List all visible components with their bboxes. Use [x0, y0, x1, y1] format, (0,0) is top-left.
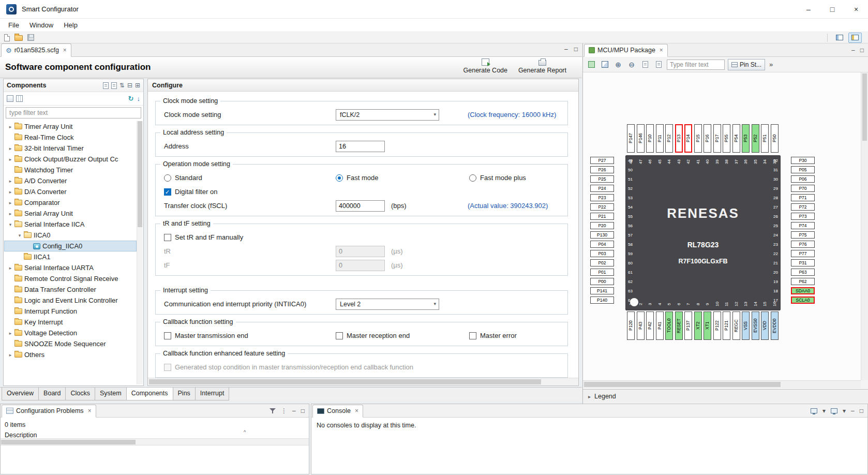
pin-P141[interactable]: P141 — [590, 287, 614, 294]
pin-P27[interactable]: P27 — [590, 157, 614, 164]
maximize-view-icon[interactable]: □ — [574, 46, 578, 52]
pin-P122[interactable]: P122 — [713, 311, 721, 340]
pin-XT1[interactable]: XT1 — [704, 311, 711, 340]
minimize-button[interactable]: – — [797, 0, 820, 19]
tree-collapsed-arrow-icon[interactable]: ▸ — [6, 331, 14, 336]
checkbox-master-error[interactable] — [469, 332, 476, 339]
components-tree-scrollbar[interactable] — [137, 121, 143, 384]
generate-report-button[interactable]: Generate Report — [518, 58, 566, 74]
page-tab-system[interactable]: System — [95, 388, 127, 400]
minimize-view-icon[interactable]: – — [564, 46, 568, 52]
pin-P11[interactable]: P11 — [656, 124, 664, 153]
view-menu-icon[interactable]: ⋮ — [281, 408, 287, 414]
tree-item-key-interrupt[interactable]: Key Interrupt — [4, 317, 137, 328]
pin-P137[interactable]: P137 — [684, 311, 692, 340]
legend-bar[interactable]: ▸ Legend — [583, 389, 868, 403]
tree-item-remote-control-signal-receive[interactable]: Remote Control Signal Receive — [4, 273, 137, 284]
pin-P70[interactable]: P70 — [791, 185, 815, 192]
tree-item-d-a-converter[interactable]: ▸D/A Converter — [4, 186, 137, 197]
rotate-icon[interactable] — [600, 60, 610, 70]
toolbar-overflow-icon[interactable]: » — [769, 61, 773, 68]
view-mode-icon[interactable] — [7, 95, 13, 102]
tree-item-iica0[interactable]: ▾IICA0 — [4, 230, 137, 241]
smart-configurator-perspective-icon[interactable] — [848, 33, 862, 43]
collapse-all-icon[interactable]: ⊟ — [127, 82, 132, 88]
export-icon[interactable] — [103, 82, 109, 89]
filter-icon[interactable] — [270, 408, 276, 414]
pin-P05[interactable]: P05 — [791, 166, 815, 173]
tree-item-serial-interface-uarta[interactable]: ▸Serial Interface UARTA — [4, 262, 137, 273]
save-icon[interactable] — [27, 34, 34, 41]
pin-P25[interactable]: P25 — [590, 175, 614, 183]
pin-P30[interactable]: P30 — [791, 157, 815, 164]
maximize-view-icon[interactable]: □ — [860, 47, 864, 53]
scrollbar-thumb[interactable] — [584, 382, 781, 387]
tree-collapsed-arrow-icon[interactable]: ▸ — [6, 200, 14, 205]
save-image-icon[interactable] — [586, 60, 596, 70]
pin-P73[interactable]: P73 — [791, 213, 815, 220]
pin-EVSS0[interactable]: EVSS0 — [752, 311, 759, 340]
tree-item-timer-array-unit[interactable]: ▸Timer Array Unit — [4, 121, 137, 132]
digital-filter-checkbox[interactable] — [164, 188, 171, 196]
open-folder-icon[interactable] — [14, 35, 23, 41]
pin-P72[interactable]: P72 — [791, 203, 815, 211]
pin-SDAA0[interactable]: SDAA0 — [791, 287, 815, 294]
pin-P53[interactable]: P53 — [742, 124, 750, 153]
pin-XT2[interactable]: XT2 — [694, 311, 702, 340]
scrollbar-thumb[interactable] — [862, 73, 867, 141]
generate-code-button[interactable]: Generate Code — [463, 58, 507, 74]
pin-P17[interactable]: P17 — [713, 124, 721, 153]
pin-P04[interactable]: P04 — [590, 241, 614, 248]
page-tab-pins[interactable]: Pins — [173, 388, 196, 400]
pin-SCLA0[interactable]: SCLA0 — [791, 296, 815, 304]
clock-mode-select[interactable]: fCLK/2 ▾ — [336, 109, 439, 121]
close-icon[interactable]: × — [88, 407, 92, 414]
checkbox-master-transmission-end[interactable] — [164, 332, 171, 339]
import-icon[interactable] — [111, 82, 117, 89]
pin-P71[interactable]: P71 — [791, 194, 815, 201]
radio-fast-mode[interactable] — [336, 174, 343, 182]
maximize-view-icon[interactable]: □ — [301, 408, 305, 414]
tab-mcu-mpu-package[interactable]: MCU/MPU Package × — [584, 44, 668, 57]
tree-item-data-transfer-controller[interactable]: Data Transfer Controller — [4, 284, 137, 295]
tree-item-serial-array-unit[interactable]: ▸Serial Array Unit — [4, 208, 137, 219]
page-tab-board[interactable]: Board — [38, 388, 66, 400]
zoom-in-icon[interactable]: ⊕ — [613, 60, 623, 70]
display-console-icon[interactable] — [811, 408, 817, 413]
tree-item-snooze-mode-sequencer[interactable]: SNOOZE Mode Sequencer — [4, 338, 137, 349]
pin-P50[interactable]: P50 — [771, 124, 779, 153]
expand-all-icon[interactable]: ⊞ — [135, 82, 140, 88]
pin-VDD[interactable]: VDD — [761, 311, 769, 340]
menu-window[interactable]: Window — [24, 20, 58, 31]
close-button[interactable]: × — [844, 0, 868, 19]
new-file-icon[interactable] — [4, 34, 10, 41]
editor-tab-scfg[interactable]: ⚙ r01an5825.scfg × — [1, 43, 71, 57]
pin-P02[interactable]: P02 — [590, 259, 614, 266]
open-perspective-icon[interactable] — [833, 33, 846, 43]
pin-P23[interactable]: P23 — [590, 194, 614, 201]
maximize-button[interactable]: □ — [820, 0, 844, 19]
tree-expanded-arrow-icon[interactable]: ▾ — [6, 222, 14, 227]
tree-item-others[interactable]: ▸Others — [4, 349, 137, 360]
description-column-label[interactable]: Description — [5, 432, 37, 439]
transfer-clock-input[interactable] — [336, 200, 385, 212]
pin-RESET[interactable]: RESET — [675, 311, 683, 340]
remove-component-icon[interactable]: ↓ — [137, 95, 141, 102]
problems-horizontal-scrollbar[interactable] — [1, 438, 309, 446]
maximize-view-icon[interactable]: □ — [860, 408, 863, 414]
pin-P130[interactable]: P130 — [590, 231, 614, 239]
page-tab-overview[interactable]: Overview — [2, 388, 39, 400]
pin-P12[interactable]: P12 — [665, 124, 673, 153]
pin-status-button[interactable]: Pin St... — [728, 59, 765, 70]
scrollbar-thumb[interactable] — [138, 121, 142, 227]
tree-item-a-d-converter[interactable]: ▸A/D Converter — [4, 175, 137, 186]
hardware-view-icon[interactable] — [16, 95, 23, 102]
tree-item-interrupt-function[interactable]: Interrupt Function — [4, 306, 137, 317]
tree-collapsed-arrow-icon[interactable]: ▸ — [6, 189, 14, 195]
sort-icon[interactable]: ⇅ — [119, 82, 125, 88]
pin-P74[interactable]: P74 — [791, 222, 815, 229]
page-tab-components[interactable]: Components — [126, 388, 173, 400]
clock-frequency-link[interactable]: (Clock frequency: 16000 kHz) — [468, 111, 556, 118]
minimize-view-icon[interactable]: – — [851, 47, 855, 53]
tree-item-voltage-detection[interactable]: ▸Voltage Detection — [4, 328, 137, 338]
